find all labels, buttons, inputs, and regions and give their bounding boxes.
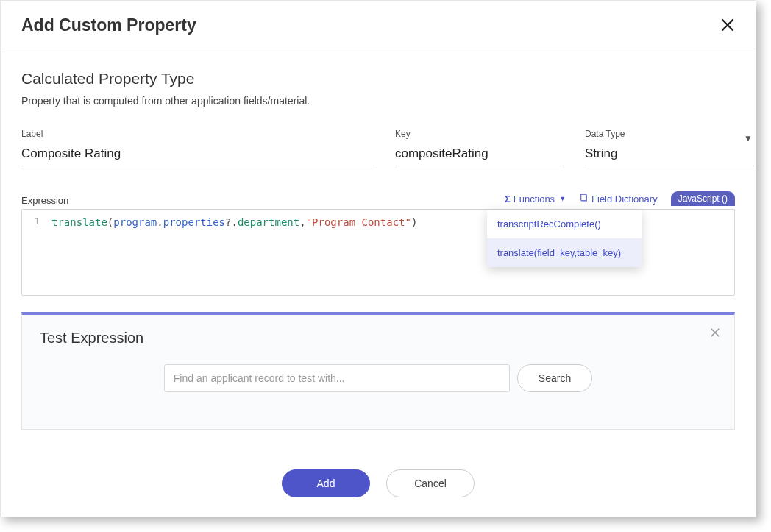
test-close-icon[interactable] (709, 327, 721, 342)
cancel-button[interactable]: Cancel (386, 469, 475, 497)
key-field-group: Key (395, 129, 564, 166)
label-field-label: Label (21, 129, 374, 139)
key-input[interactable] (395, 143, 564, 166)
code-token: program (113, 216, 157, 228)
datatype-field-label: Data Type (585, 129, 754, 139)
code-token: department (238, 216, 299, 228)
modal-title: Add Custom Property (21, 15, 196, 35)
line-number: 1 (34, 216, 40, 227)
expression-tools: Σ Functions ▼ transcriptRecComplete() tr… (505, 191, 735, 206)
test-search-input[interactable] (164, 364, 510, 392)
key-field-label: Key (395, 129, 564, 139)
modal-footer: Add Cancel (1, 459, 756, 517)
datatype-select[interactable] (585, 143, 754, 166)
field-row: Label Key Data Type ▼ (21, 129, 735, 166)
datatype-field-group: Data Type ▼ (585, 129, 754, 166)
test-expression-title: Test Expression (40, 330, 717, 347)
add-custom-property-modal: Add Custom Property Calculated Property … (0, 0, 756, 517)
code-token: , (299, 216, 305, 228)
code-token: ?. (225, 216, 238, 228)
section-title: Calculated Property Type (21, 70, 735, 88)
test-expression-panel: Test Expression Search (21, 312, 735, 430)
modal-body: Calculated Property Type Property that i… (1, 49, 756, 459)
add-button[interactable]: Add (282, 469, 370, 497)
chevron-down-icon: ▼ (559, 195, 566, 202)
code-token: "Program Contact" (306, 216, 411, 228)
sigma-icon: Σ (505, 194, 511, 205)
code-gutter: 1 (22, 210, 46, 295)
dropdown-item-translate[interactable]: translate(field_key,table_key) (487, 238, 642, 267)
functions-dropdown-trigger[interactable]: Σ Functions ▼ transcriptRecComplete() tr… (505, 194, 566, 205)
code-content: translate(program.properties?.department… (46, 210, 423, 295)
field-dictionary-label: Field Dictionary (591, 194, 658, 205)
functions-label: Functions (514, 194, 555, 205)
close-icon[interactable] (720, 16, 735, 35)
section-description: Property that is computed from other app… (21, 95, 735, 107)
javascript-label: JavaScript () (678, 194, 728, 204)
code-token: translate (51, 216, 107, 228)
expression-label: Expression (21, 195, 68, 206)
book-icon (579, 193, 589, 205)
label-input[interactable] (21, 143, 374, 166)
label-field-group: Label (21, 129, 374, 166)
javascript-badge[interactable]: JavaScript () (671, 191, 735, 206)
dropdown-item-transcript[interactable]: transcriptRecComplete() (487, 210, 642, 238)
modal-header: Add Custom Property (1, 1, 756, 49)
code-token: properties (163, 216, 225, 228)
test-search-button[interactable]: Search (517, 364, 592, 392)
code-token: . (157, 216, 163, 228)
field-dictionary-link[interactable]: Field Dictionary (579, 193, 658, 205)
functions-dropdown: transcriptRecComplete() translate(field_… (487, 210, 642, 267)
expression-toolbar: Expression Σ Functions ▼ transcriptRecCo… (21, 191, 735, 206)
test-controls: Search (40, 364, 717, 392)
code-token: ) (411, 216, 417, 228)
